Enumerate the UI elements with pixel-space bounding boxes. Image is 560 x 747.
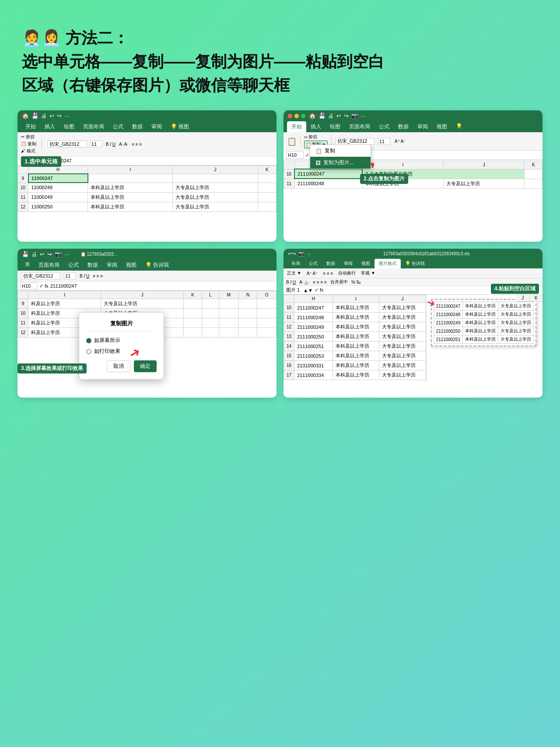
copy-as-image-label: 复制为图片... bbox=[323, 159, 354, 166]
tab3-view[interactable]: 视图 bbox=[122, 260, 141, 271]
tab-insert[interactable]: 开始 bbox=[21, 121, 40, 132]
s2-cell-h11[interactable]: 2111000248 bbox=[294, 179, 362, 188]
cell-k11[interactable] bbox=[258, 192, 276, 202]
table-row: 11 2111000248 本科及以上学历 大专及以上学历 bbox=[284, 179, 542, 188]
step2-screenshot: 🏠 💾 🖨 ↩ ↪ 📷 ··· 开始 插入 绘图 页面布局 公式 数据 审阅 视… bbox=[284, 110, 542, 242]
paste-icon[interactable]: 📋 bbox=[287, 137, 301, 146]
dialog-option2: 如打印效果 bbox=[86, 348, 157, 355]
cell-j9[interactable] bbox=[173, 174, 258, 183]
tab3-help[interactable]: 💡 告诉我 bbox=[141, 260, 173, 271]
s2-col-k[interactable]: K bbox=[525, 161, 542, 169]
font-size[interactable] bbox=[90, 141, 102, 148]
menu-copy[interactable]: 📋 复制 bbox=[310, 145, 371, 157]
more-icon2: ··· bbox=[361, 113, 366, 119]
cell-h10[interactable]: 11000248 bbox=[28, 183, 88, 192]
tab4-layout[interactable]: 布局 bbox=[287, 259, 304, 268]
tab-data[interactable]: 公式 bbox=[108, 121, 128, 132]
tab4-picture[interactable]: 图片格式 bbox=[374, 259, 401, 268]
table-row: 172111000334本科及以上学历大专及以上学历 bbox=[284, 370, 426, 380]
tab-formula[interactable]: 页面布局 bbox=[79, 121, 108, 132]
step3-font-select[interactable] bbox=[21, 272, 60, 279]
menu-copy-as-image[interactable]: 🖼 复制为图片... bbox=[310, 157, 371, 169]
cell-j10[interactable]: 大专及以上学历 bbox=[173, 183, 258, 192]
col-j[interactable]: J bbox=[173, 166, 258, 174]
tab4-help[interactable]: 💡 告诉我 bbox=[401, 259, 429, 268]
cell-k12[interactable] bbox=[258, 202, 276, 211]
step4-toolbar-left: ↩↪ 📷 ··· bbox=[288, 251, 311, 257]
s2-cell-h10[interactable]: 2111000247 bbox=[294, 169, 362, 179]
tab3-data[interactable]: 数据 bbox=[83, 260, 102, 271]
cell-h9[interactable]: 11000247 bbox=[28, 174, 88, 183]
s2-cell-k10[interactable] bbox=[525, 169, 542, 179]
title-line1: 方法二： bbox=[66, 29, 129, 47]
tab2-page[interactable]: 页面布局 bbox=[345, 121, 374, 132]
step3-font-size[interactable] bbox=[64, 272, 76, 279]
table-row: 2111000249本科及以上学历大专及以上学历 bbox=[434, 319, 534, 327]
cell-k10[interactable] bbox=[258, 183, 276, 192]
col-k[interactable]: K bbox=[258, 166, 276, 174]
tab-draw[interactable]: 插入 bbox=[40, 121, 60, 132]
s2-col-j[interactable]: J bbox=[444, 161, 525, 169]
step4-chart-name: 图片 1 bbox=[286, 287, 300, 293]
copy-image-dialog: 复制图片 如屏幕所示 如打印效果 取消 确定 bbox=[79, 312, 164, 380]
tab4-data[interactable]: 数据 bbox=[322, 259, 340, 268]
tab3-review[interactable]: 审阅 bbox=[102, 260, 122, 271]
cancel-button[interactable]: 取消 bbox=[107, 360, 130, 372]
radio-screen[interactable] bbox=[86, 338, 91, 343]
step3-screenshot: 💾 🖨 ↩ ↪ 📷 ··· 📋 127693a0303... 图 页面布局 公式… bbox=[18, 249, 276, 398]
step3-formula-text: 2111000247 bbox=[50, 283, 274, 289]
font-select[interactable] bbox=[47, 141, 87, 148]
step2-font-size[interactable] bbox=[378, 138, 390, 145]
table-row: 2111000251本科及以上学历大专及以上学历 bbox=[434, 335, 534, 344]
step1-screenshot: 🏠 💾 🖨 ↩ ↪ ··· 开始 插入 绘图 页面布局 公式 数据 审阅 💡 视… bbox=[18, 110, 276, 242]
save-icon: 💾 bbox=[32, 113, 38, 119]
tab3-formula[interactable]: 公式 bbox=[64, 260, 83, 271]
more-icon4: ··· bbox=[307, 251, 311, 257]
step2-font-select[interactable] bbox=[335, 138, 374, 145]
tab-view[interactable]: 审阅 bbox=[147, 121, 166, 132]
tab2-data[interactable]: 数据 bbox=[394, 121, 413, 132]
col-i[interactable]: I bbox=[88, 166, 173, 174]
tab2-view[interactable]: 视图 bbox=[432, 121, 452, 132]
confirm-button[interactable]: 确定 bbox=[134, 360, 157, 372]
tab3-page[interactable]: 页面布局 bbox=[34, 260, 64, 271]
cell-h12[interactable]: 11000250 bbox=[28, 202, 88, 211]
cell-k9[interactable] bbox=[258, 174, 276, 183]
dialog-buttons: 取消 确定 bbox=[86, 360, 157, 372]
tab4-view[interactable]: 视图 bbox=[357, 259, 374, 268]
step3-cell-ref[interactable] bbox=[20, 282, 38, 289]
print-icon3: 🖨 bbox=[32, 251, 37, 257]
tab3-draw[interactable]: 图 bbox=[21, 260, 34, 271]
s2-cell-j11[interactable]: 大专及以上学历 bbox=[444, 179, 525, 188]
tab2-help[interactable]: 💡 bbox=[452, 121, 467, 132]
header-title: 🧑‍💼👩‍💼 方法二： 选中单元格——复制——复制为图片——粘贴到空白 区域（右… bbox=[22, 26, 538, 97]
cell-j11[interactable]: 大专及以上学历 bbox=[173, 192, 258, 202]
col-h[interactable]: H bbox=[28, 166, 88, 174]
s2-cell-k11[interactable] bbox=[525, 179, 542, 188]
cell-i9[interactable] bbox=[88, 174, 173, 183]
cell-i12[interactable]: 本科及以上学历 bbox=[88, 202, 173, 211]
step4-screenshot: ↩↪ 📷 ··· 127693a0303384c6181ab6312083490… bbox=[284, 249, 542, 398]
tab2-insert[interactable]: 插入 bbox=[306, 121, 326, 132]
tab2-formula[interactable]: 公式 bbox=[374, 121, 394, 132]
tab4-review[interactable]: 审阅 bbox=[340, 259, 357, 268]
radio-print[interactable] bbox=[86, 349, 91, 354]
step4-titlebar: ↩↪ 📷 ··· 127693a0303384c6181ab6312083490… bbox=[284, 249, 542, 259]
step2-toolbar-icons: 🏠 💾 🖨 ↩ ↪ 📷 ··· bbox=[309, 113, 366, 119]
step1-formula-text: 2111000247 bbox=[45, 158, 274, 163]
cell-h11[interactable]: 11000249 bbox=[28, 192, 88, 202]
tab-pagelayout[interactable]: 绘图 bbox=[60, 121, 79, 132]
cell-i11[interactable]: 本科及以上学历 bbox=[88, 192, 173, 202]
cut-btn[interactable]: ✂ 剪切 bbox=[304, 134, 328, 140]
cell-i10[interactable]: 本科及以上学历 bbox=[88, 183, 173, 192]
tab2-draw[interactable]: 绘图 bbox=[326, 121, 345, 132]
tab2-home[interactable]: 开始 bbox=[287, 121, 306, 132]
pasted-image-box[interactable]: 2111000247本科及以上学历大专及以上学历2111000248本科及以上学… bbox=[431, 299, 537, 346]
cell-j12[interactable]: 大专及以上学历 bbox=[173, 202, 258, 211]
step4-left-spreadsheet: H I J 102111000247本科及以上学历大专及以上学历11211100… bbox=[284, 295, 426, 382]
tab-help[interactable]: 💡 视图 bbox=[166, 121, 193, 132]
step2-cell-ref[interactable] bbox=[286, 152, 304, 159]
tab-review[interactable]: 数据 bbox=[128, 121, 147, 132]
tab2-review[interactable]: 审阅 bbox=[413, 121, 432, 132]
tab4-formula[interactable]: 公式 bbox=[304, 259, 322, 268]
